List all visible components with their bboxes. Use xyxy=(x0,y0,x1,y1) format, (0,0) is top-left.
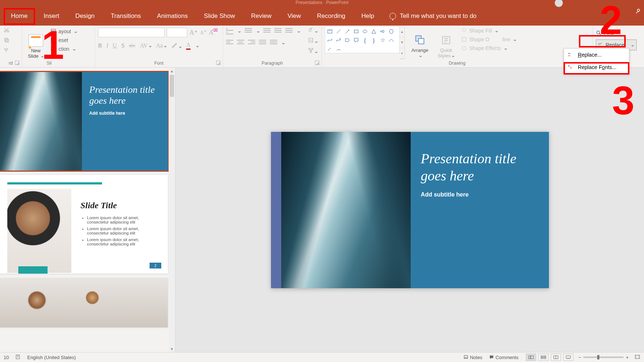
shapes-gallery[interactable]: { } ☆ xyxy=(325,26,400,53)
highlight-button[interactable] xyxy=(171,42,182,50)
gallery-more-icon[interactable]: ▾ xyxy=(400,48,404,59)
thumbnail-slide-2[interactable]: Slide Title Lorem ipsum dolor sit amet, … xyxy=(0,175,168,274)
scroll-down-icon[interactable]: ▼ xyxy=(169,346,175,352)
section-button[interactable]: ction xyxy=(50,46,77,52)
shape-fill-button[interactable]: Shape Fill xyxy=(461,28,516,34)
font-family-combo[interactable] xyxy=(98,28,165,37)
gallery-down-icon[interactable]: ▼ xyxy=(400,37,404,48)
shape-connector[interactable] xyxy=(326,36,334,44)
justify-button[interactable] xyxy=(259,40,266,46)
zoom-slider[interactable] xyxy=(583,357,624,358)
tell-me-search[interactable]: Tell me what you want to do xyxy=(389,12,477,20)
shape-arrow-line[interactable] xyxy=(343,27,351,35)
layout-button[interactable]: ayout xyxy=(50,28,77,34)
shape-curve[interactable] xyxy=(387,36,395,44)
thumbnail-slide-1[interactable]: Presentation title goes here Add subtitl… xyxy=(0,72,168,171)
tab-animations[interactable]: Animations xyxy=(149,7,196,26)
tab-help[interactable]: Help xyxy=(353,7,382,26)
comments-button[interactable]: Comments xyxy=(489,355,519,360)
reset-button[interactable]: eset xyxy=(50,37,77,43)
shrink-font-button[interactable]: A▼ xyxy=(200,30,207,36)
thumbnail-slide-3[interactable] xyxy=(0,278,168,327)
slideshow-view-button[interactable] xyxy=(563,354,573,361)
char-spacing-button[interactable]: AV xyxy=(140,42,152,49)
shape-callout[interactable] xyxy=(352,36,360,44)
decrease-indent-button[interactable] xyxy=(263,28,271,34)
change-case-button[interactable]: Aa xyxy=(156,42,167,49)
quick-styles-button[interactable]: QuickStyles xyxy=(435,26,457,59)
shape-hexagon[interactable] xyxy=(387,27,395,35)
font-dialog-launcher[interactable] xyxy=(216,61,221,65)
share-icon[interactable] xyxy=(635,8,642,16)
align-right-button[interactable] xyxy=(248,40,255,46)
language-status[interactable]: English (United States) xyxy=(27,355,76,360)
copy-icon[interactable] xyxy=(4,37,19,45)
main-subtitle-placeholder[interactable]: Add subtitle here xyxy=(421,191,539,198)
tab-review[interactable]: Review xyxy=(243,7,280,26)
zoom-in-button[interactable]: + xyxy=(626,355,629,360)
tab-recording[interactable]: Recording xyxy=(309,7,354,26)
shape-outline-button[interactable]: Shape O line xyxy=(461,37,516,42)
align-center-button[interactable] xyxy=(237,40,244,46)
menu-replace[interactable]: abac Replace... xyxy=(564,49,629,61)
menu-replace-fonts[interactable]: AA Replace Fonts... xyxy=(564,61,629,73)
shape-line[interactable] xyxy=(335,27,343,35)
align-left-button[interactable] xyxy=(226,40,233,46)
shape-effects-button[interactable]: Shape Effects xyxy=(461,45,516,51)
shape-arrow-connector[interactable] xyxy=(335,36,343,44)
scroll-up-icon[interactable]: ▲ xyxy=(169,68,175,74)
shape-oval[interactable] xyxy=(361,27,369,35)
tab-home[interactable]: Home xyxy=(3,7,35,26)
shape-rarrow[interactable] xyxy=(379,27,387,35)
bold-button[interactable]: B xyxy=(98,42,102,49)
shape-arc[interactable] xyxy=(335,45,343,53)
zoom-out-button[interactable]: − xyxy=(579,355,581,360)
grow-font-button[interactable]: A▲ xyxy=(189,29,198,37)
text-direction-button[interactable] xyxy=(308,27,318,34)
shape-textbox[interactable] xyxy=(326,27,334,35)
gallery-up-icon[interactable]: ▲ xyxy=(400,27,404,37)
font-color-button[interactable]: A xyxy=(186,42,191,50)
strike-button[interactable]: abc xyxy=(129,43,135,49)
smartart-button[interactable] xyxy=(308,47,318,55)
tab-slideshow[interactable]: Slide Show xyxy=(196,7,243,26)
shape-freeform[interactable] xyxy=(326,45,334,53)
shape-pentagon[interactable] xyxy=(343,36,351,44)
tab-transitions[interactable]: Transitions xyxy=(103,7,149,26)
italic-button[interactable]: I xyxy=(106,42,108,49)
thumbnail-scrollbar[interactable]: ▲ ▼ xyxy=(169,68,175,352)
increase-indent-button[interactable] xyxy=(274,28,282,34)
find-button[interactable]: Find xyxy=(596,28,641,38)
underline-button[interactable]: U xyxy=(113,42,117,49)
bullets-button[interactable] xyxy=(226,28,233,34)
arrange-button[interactable]: Arrange xyxy=(408,26,431,59)
cut-icon[interactable] xyxy=(4,27,19,34)
shape-star[interactable]: ☆ xyxy=(379,36,387,44)
notes-button[interactable]: Notes xyxy=(463,355,482,360)
tab-view[interactable]: View xyxy=(279,7,309,26)
font-size-combo[interactable] xyxy=(167,28,187,37)
current-slide[interactable]: Presentation title goes here Add subtitl… xyxy=(271,132,549,288)
clear-formatting-button[interactable]: A⌫ xyxy=(209,29,214,37)
tab-design[interactable]: Design xyxy=(67,7,103,26)
shapes-gallery-scroll[interactable]: ▲ ▼ ▾ xyxy=(400,26,405,59)
normal-view-button[interactable] xyxy=(526,354,536,361)
shape-rbrace[interactable]: } xyxy=(370,36,378,44)
spellcheck-icon[interactable] xyxy=(15,354,21,361)
line-spacing-button[interactable] xyxy=(285,28,293,34)
format-painter-icon[interactable] xyxy=(4,47,19,55)
new-slide-button[interactable]: ✦ NewSlide xyxy=(25,26,47,59)
slide-editor-area[interactable]: Presentation title goes here Add subtitl… xyxy=(176,68,644,352)
main-title-placeholder[interactable]: Presentation title goes here xyxy=(421,150,539,185)
slide-number-status[interactable]: 10 xyxy=(4,355,9,360)
paragraph-dialog-launcher[interactable] xyxy=(315,61,319,65)
shadow-button[interactable]: S xyxy=(121,42,125,49)
scroll-thumb[interactable] xyxy=(170,75,174,97)
reading-view-button[interactable] xyxy=(551,354,561,361)
account-avatar[interactable] xyxy=(555,0,563,7)
numbering-button[interactable] xyxy=(245,28,252,34)
slidesorter-view-button[interactable] xyxy=(538,354,549,361)
shape-rect[interactable] xyxy=(352,27,360,35)
slide-thumbnail-panel[interactable]: Presentation title goes here Add subtitl… xyxy=(0,68,176,352)
align-text-button[interactable] xyxy=(308,37,318,45)
